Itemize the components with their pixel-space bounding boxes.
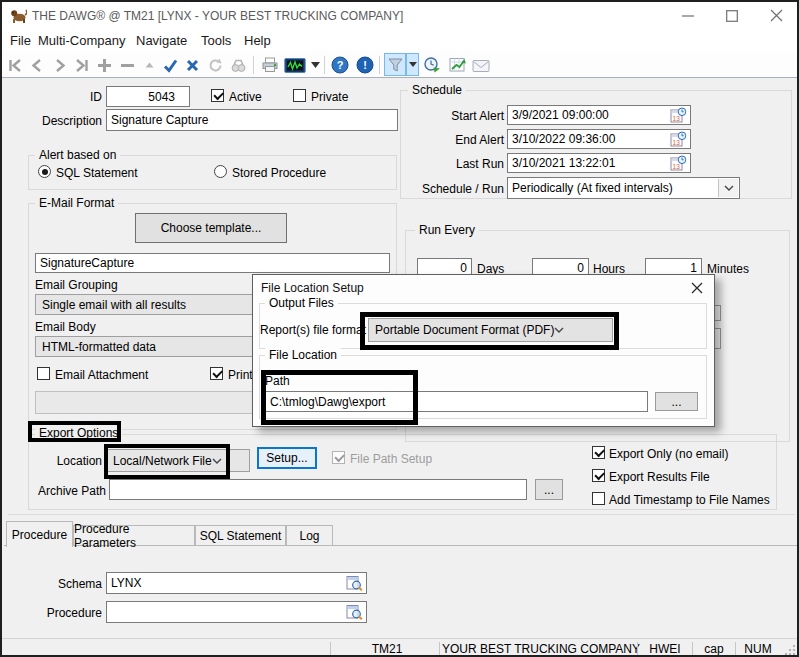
tab-procedure-parameters[interactable]: Procedure Parameters bbox=[73, 525, 195, 546]
email-attachment-checkbox[interactable] bbox=[37, 367, 50, 380]
choose-template-button[interactable]: Choose template... bbox=[135, 213, 287, 243]
sql-statement-label: SQL Statement bbox=[56, 166, 138, 180]
previous-record-icon[interactable] bbox=[28, 56, 46, 74]
email-format-title: E-Mail Format bbox=[35, 196, 118, 210]
description-label: Description bbox=[32, 114, 102, 128]
description-field[interactable]: Signature Capture bbox=[106, 109, 398, 131]
export-only-checkbox[interactable] bbox=[592, 446, 605, 459]
tab-procedure[interactable]: Procedure bbox=[6, 521, 73, 547]
svg-text:?: ? bbox=[337, 59, 344, 71]
chevron-down-icon[interactable] bbox=[718, 179, 738, 197]
archive-path-field[interactable] bbox=[109, 479, 527, 500]
path-field[interactable]: C:\tmlog\Dawg\export bbox=[265, 391, 648, 412]
menu-file[interactable]: File bbox=[10, 33, 31, 48]
panel-divider bbox=[8, 514, 795, 515]
last-record-icon[interactable] bbox=[72, 56, 90, 74]
sql-statement-radio[interactable] bbox=[38, 165, 51, 178]
output-files-title: Output Files bbox=[265, 296, 338, 310]
private-label: Private bbox=[311, 90, 348, 104]
lookup-icon[interactable] bbox=[346, 604, 363, 620]
run-schedule-icon[interactable] bbox=[423, 56, 441, 74]
report-format-combo[interactable]: Portable Document Format (PDF) bbox=[368, 318, 613, 342]
tab-sql-statement[interactable]: SQL Statement bbox=[195, 525, 286, 546]
schedule-run-label: Schedule / Run bbox=[404, 182, 504, 196]
cancel-icon[interactable] bbox=[183, 56, 201, 74]
date-picker-icon[interactable]: 13 bbox=[670, 107, 687, 123]
collapse-icon[interactable] bbox=[140, 56, 158, 74]
id-field[interactable]: 5043 bbox=[106, 86, 190, 107]
file-location-setup-dialog: File Location Setup Output Files Report(… bbox=[252, 274, 715, 427]
maximize-button[interactable] bbox=[726, 10, 738, 22]
schema-field[interactable]: LYNX bbox=[106, 572, 367, 594]
menu-multi-company[interactable]: Multi-Company bbox=[38, 33, 125, 48]
status-separator bbox=[330, 642, 331, 655]
private-checkbox[interactable] bbox=[293, 89, 306, 102]
filter-dropdown-icon[interactable] bbox=[406, 53, 419, 76]
help-icon[interactable]: ? bbox=[331, 56, 349, 74]
tab-log[interactable]: Log bbox=[286, 525, 333, 546]
close-button[interactable] bbox=[770, 9, 783, 22]
export-chart-icon[interactable] bbox=[448, 56, 466, 74]
print-icon[interactable] bbox=[261, 56, 279, 74]
schedule-run-combo[interactable]: Periodically (At fixed intervals) bbox=[507, 177, 740, 199]
export-only-label: Export Only (no email) bbox=[609, 447, 728, 461]
find-icon[interactable] bbox=[229, 56, 247, 74]
email-attachment-label: Email Attachment bbox=[55, 368, 148, 382]
status-separator bbox=[637, 642, 638, 655]
start-alert-field[interactable]: 3/9/2021 09:00:00 13 bbox=[507, 105, 691, 125]
filter-icon[interactable] bbox=[384, 53, 406, 76]
date-picker-icon[interactable]: 13 bbox=[670, 131, 687, 147]
procedure-field[interactable] bbox=[106, 601, 367, 623]
archive-path-label: Archive Path bbox=[32, 484, 106, 498]
last-run-label: Last Run bbox=[404, 157, 504, 171]
resize-grip[interactable] bbox=[784, 644, 796, 656]
dialog-close-icon[interactable] bbox=[690, 281, 704, 295]
last-run-field[interactable]: 3/10/2021 13:22:01 13 bbox=[507, 153, 691, 173]
stored-procedure-radio[interactable] bbox=[214, 165, 227, 178]
remove-record-icon[interactable] bbox=[118, 56, 136, 74]
template-name-field[interactable]: SignatureCapture bbox=[35, 253, 390, 273]
add-timestamp-label: Add Timestamp to File Names bbox=[609, 493, 770, 507]
toolbar-separator bbox=[253, 56, 254, 74]
report-format-label: Report(s) file format bbox=[260, 323, 366, 337]
send-mail-icon[interactable] bbox=[472, 56, 490, 74]
chevron-down-icon bbox=[212, 458, 222, 464]
run-every-title: Run Every bbox=[415, 223, 479, 237]
app-window: THE DAWG® @ TM21 [LYNX - YOUR BEST TRUCK… bbox=[0, 0, 799, 657]
menu-navigate[interactable]: Navigate bbox=[136, 33, 187, 48]
active-checkbox[interactable] bbox=[211, 89, 224, 102]
export-results-checkbox[interactable] bbox=[592, 469, 605, 482]
date-picker-icon[interactable]: 13 bbox=[670, 155, 687, 171]
id-label: ID bbox=[62, 90, 102, 104]
accept-icon[interactable] bbox=[161, 56, 179, 74]
app-dog-icon bbox=[10, 7, 27, 24]
email-body-label: Email Body bbox=[35, 320, 96, 334]
stored-procedure-label: Stored Procedure bbox=[232, 166, 326, 180]
monitor-activity-icon[interactable] bbox=[283, 56, 307, 74]
end-alert-label: End Alert bbox=[404, 133, 504, 147]
refresh-icon[interactable] bbox=[206, 56, 224, 74]
monitor-dropdown-icon[interactable] bbox=[309, 56, 321, 74]
path-label: Path bbox=[265, 374, 290, 388]
setup-button[interactable]: Setup... bbox=[257, 447, 317, 469]
end-alert-field[interactable]: 3/10/2022 09:36:00 13 bbox=[507, 129, 691, 149]
status-separator bbox=[439, 642, 440, 655]
menu-tools[interactable]: Tools bbox=[201, 33, 231, 48]
lookup-icon[interactable] bbox=[346, 575, 363, 591]
archive-browse-button[interactable]: ... bbox=[535, 479, 563, 500]
status-company-code: TM21 bbox=[337, 642, 437, 656]
minimize-button[interactable] bbox=[682, 14, 694, 18]
next-record-icon[interactable] bbox=[50, 56, 68, 74]
path-browse-button[interactable]: ... bbox=[655, 392, 698, 411]
toolbar-separator bbox=[324, 56, 325, 74]
first-record-icon[interactable] bbox=[6, 56, 24, 74]
file-path-setup-checkbox bbox=[332, 451, 345, 464]
status-user: HWEI bbox=[640, 642, 690, 656]
add-record-icon[interactable] bbox=[95, 56, 113, 74]
print-checkbox[interactable] bbox=[210, 367, 223, 380]
add-timestamp-checkbox[interactable] bbox=[592, 492, 605, 505]
menu-help[interactable]: Help bbox=[244, 33, 271, 48]
about-icon[interactable]: ! bbox=[356, 56, 374, 74]
svg-text:13: 13 bbox=[673, 163, 681, 170]
location-combo[interactable]: Local/Network File bbox=[106, 449, 250, 472]
